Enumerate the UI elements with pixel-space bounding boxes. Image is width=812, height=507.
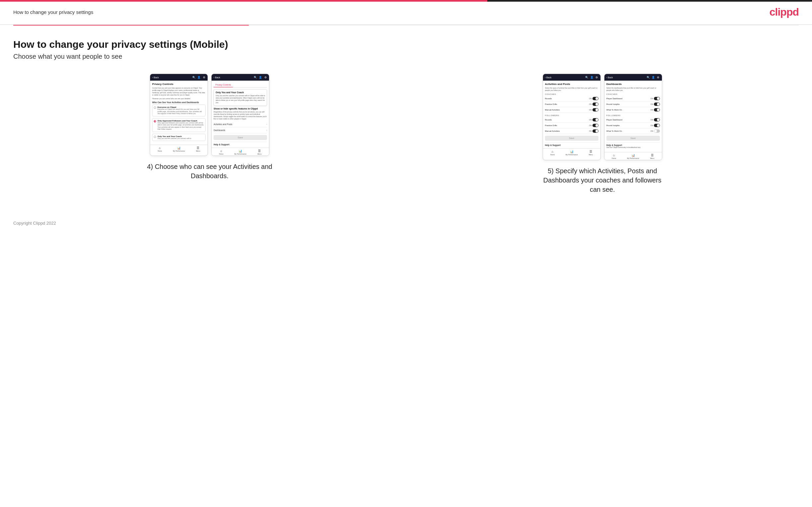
screen3-save-button[interactable]: Save — [545, 136, 599, 141]
screen1-sub-text: However you can control who can see your… — [152, 98, 206, 100]
search-icon-2[interactable]: 🔍 — [254, 76, 257, 79]
screen4-back[interactable]: ‹ Back — [606, 76, 613, 79]
screen4-help-desc: Visit our Clippd community to troublesho… — [606, 146, 660, 149]
screen3-coaches-manual-label: Manual Activities — [545, 109, 560, 111]
screen2-save-button[interactable]: Save — [213, 135, 267, 140]
settings-icon[interactable]: ⚙ — [202, 76, 206, 79]
screen1-nav-menu[interactable]: ☰ Menu — [189, 146, 208, 152]
screen1-back[interactable]: ‹ Back — [152, 76, 159, 79]
screen2-back[interactable]: ‹ Back — [213, 76, 220, 79]
settings-icon-3[interactable]: ⚙ — [595, 76, 599, 79]
screen3-followers-drills-on: ON — [589, 124, 592, 126]
search-icon-4[interactable]: 🔍 — [647, 76, 650, 79]
screen4-home-label: Home — [612, 157, 616, 159]
screen2-show-hide-title: Show or hide specific features in Clippd — [213, 108, 267, 110]
settings-icon-4[interactable]: ⚙ — [657, 76, 660, 79]
screen2-nav-activities[interactable]: Activities and Posts › — [213, 121, 267, 127]
screen1-header: ‹ Back 🔍 👤 ⚙ — [150, 74, 208, 80]
screen3-nav-performance[interactable]: 📊 My Performance — [562, 150, 581, 156]
screen3-menu-label: Menu — [589, 154, 593, 156]
screen4-coaches-round-toggle-group: ON — [651, 103, 660, 106]
screen3-followers-heading: FOLLOWERS — [545, 114, 599, 116]
screen4-coaches-player-label: Player Dashboard — [606, 98, 622, 100]
page-breadcrumb: How to change your privacy settings — [13, 9, 93, 15]
screen4-coaches-player-toggle[interactable] — [654, 97, 660, 100]
main-content: How to change your privacy settings (Mob… — [0, 25, 812, 214]
screen3-followers-manual-toggle-group: ON — [589, 129, 599, 133]
screen2-nav-performance[interactable]: 📊 My Performance — [231, 149, 250, 155]
screen3-help: Help & Support — [545, 143, 599, 146]
screen3-coaches-manual-toggle[interactable] — [593, 108, 599, 111]
screen2-tab-privacy[interactable]: Privacy Controls — [213, 82, 233, 87]
screen4-nav-home[interactable]: ⌂ Home — [604, 154, 624, 159]
screen3-section-desc: Select the types of activity that you'd … — [545, 87, 599, 92]
screen-3: ‹ Back 🔍 👤 ⚙ Activities and Posts Select… — [543, 74, 601, 160]
screen-1: ‹ Back 🔍 👤 ⚙ Privacy Controls Control ho… — [150, 74, 208, 156]
settings-icon-2[interactable]: ⚙ — [264, 76, 267, 79]
screen3-followers-drills-toggle[interactable] — [593, 124, 599, 127]
user-icon-4[interactable]: 👤 — [652, 76, 655, 79]
screen3-coaches-manual-on: ON — [589, 109, 592, 111]
screen3-back[interactable]: ‹ Back — [545, 76, 552, 79]
screen2-help: Help & Support — [213, 142, 267, 146]
search-icon[interactable]: 🔍 — [192, 76, 196, 79]
home-icon: ⌂ — [159, 146, 160, 150]
user-icon[interactable]: 👤 — [197, 76, 201, 79]
screen4-nav-menu[interactable]: ☰ Menu — [643, 154, 662, 159]
screen3-followers-manual-toggle[interactable] — [593, 129, 599, 133]
screen1-option-approved-desc: Only approved followers and coaches you … — [157, 122, 204, 130]
screen4-followers-work-toggle[interactable] — [654, 129, 660, 133]
screen1-option-everyone[interactable]: Everyone on Clippd Everyone on Clippd ca… — [152, 105, 206, 116]
screen3-followers-rounds-toggle[interactable] — [593, 118, 599, 121]
screen1-icons: 🔍 👤 ⚙ — [192, 76, 206, 79]
screen4-coaches-work-toggle[interactable] — [654, 108, 660, 111]
screen4-coaches-round-toggle[interactable] — [654, 103, 660, 106]
screen4-save-button[interactable]: Save — [606, 136, 660, 141]
screen3-coaches-drills-toggle[interactable] — [593, 103, 599, 106]
screen4-coaches-round-on: ON — [651, 103, 653, 105]
screen1-option-you-coach[interactable]: Only You and Your Coach Only you and the… — [152, 134, 206, 142]
screen2-nav-menu[interactable]: ☰ Menu — [250, 149, 269, 155]
screen1-nav-home[interactable]: ⌂ Home — [150, 146, 169, 152]
screen2-popup-text: Only you and the coaches you connect wit… — [215, 95, 265, 104]
menu-icon: ☰ — [197, 146, 199, 150]
screen4-followers-player-toggle[interactable] — [654, 118, 660, 121]
user-icon-2[interactable]: 👤 — [259, 76, 262, 79]
screen2-popup: Only You and Your Coach Only you and the… — [213, 89, 267, 106]
screen4-followers-round-on: ON — [651, 124, 653, 126]
screen2-nav-home[interactable]: ⌂ Home — [211, 149, 231, 155]
screen1-option-approved[interactable]: Only Approved Followers and Your Coach O… — [152, 118, 206, 132]
screen3-followers-manual-label: Manual Activities — [545, 130, 560, 132]
caption-4: 4) Choose who can see your Activities an… — [146, 162, 273, 180]
screen2-nav-dashboards[interactable]: Dashboards › — [213, 127, 267, 133]
search-icon-3[interactable]: 🔍 — [585, 76, 589, 79]
screen3-nav-home[interactable]: ⌂ Home — [543, 150, 562, 156]
screen4-coaches-player-toggle-group: ON — [651, 97, 660, 100]
screen2-activities-label: Activities and Posts — [213, 123, 232, 125]
screen4-coaches-what-to-work: What To Work On ON — [606, 107, 660, 113]
screen1-radio-you-coach[interactable] — [154, 136, 156, 138]
screen-4: ‹ Back 🔍 👤 ⚙ Dashboards Select the dashb… — [604, 74, 662, 160]
screen4-coaches-round-label: Round Insights — [606, 103, 620, 105]
screen3-nav-menu[interactable]: ☰ Menu — [581, 150, 601, 156]
page-title: How to change your privacy settings (Mob… — [13, 39, 799, 50]
screen3-coaches-drills-toggle-group: ON — [589, 103, 599, 106]
screen1-radio-everyone[interactable] — [154, 107, 156, 109]
screen2-popup-title: Only You and Your Coach — [215, 91, 265, 94]
user-icon-3[interactable]: 👤 — [590, 76, 594, 79]
screen4-followers-round-toggle[interactable] — [654, 124, 660, 127]
screen1-body: Privacy Controls Control how you and you… — [150, 80, 208, 145]
screen4-followers-heading: FOLLOWERS — [606, 114, 660, 116]
screen4-help: Help & Support — [606, 143, 660, 146]
screen4-perf-label: My Performance — [627, 157, 639, 159]
screen4-nav-performance[interactable]: 📊 My Performance — [623, 154, 643, 159]
screen1-radio-approved[interactable] — [154, 120, 156, 122]
screen1-bottom-nav: ⌂ Home 📊 My Performance ☰ Menu — [150, 145, 208, 153]
menu-icon-2: ☰ — [258, 149, 261, 153]
screen4-coaches-heading: COACHES — [606, 93, 660, 95]
screen1-nav-performance[interactable]: 📊 My Performance — [169, 146, 189, 152]
screen3-followers-rounds-toggle-group: ON — [589, 118, 599, 121]
screen3-coaches-rounds-toggle[interactable] — [593, 97, 599, 100]
screen2-dashboards-label: Dashboards — [213, 129, 225, 131]
copyright: Copyright Clippd 2022 — [13, 221, 56, 226]
